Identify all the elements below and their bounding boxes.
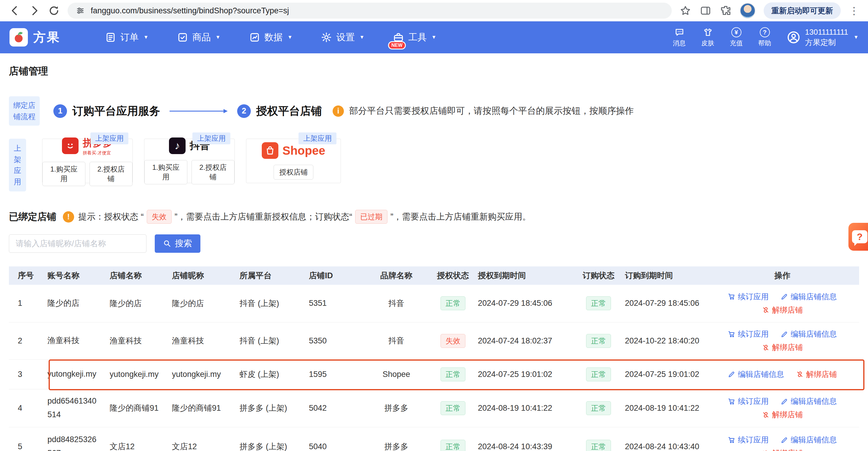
- edit-shop-link[interactable]: 编辑店铺信息: [780, 329, 837, 339]
- unbind-shop-link[interactable]: 解绑店铺: [762, 448, 803, 451]
- cell-order-expire: 2024-08-19 10:41:22: [625, 389, 706, 427]
- recharge-button[interactable]: ¥ 充值: [730, 27, 743, 48]
- cell-shop-nick: 渔童科技: [172, 322, 240, 359]
- search-button[interactable]: 搜索: [155, 234, 200, 253]
- edit-shop-link[interactable]: 编辑店铺信息: [780, 396, 837, 407]
- auth-status-badge: 正常: [440, 401, 465, 415]
- step-2-number: 2: [237, 104, 251, 118]
- menu-item-data[interactable]: 数据 ▼: [249, 31, 292, 43]
- pinduoduo-auth-shop-button[interactable]: 2.授权店铺: [90, 162, 132, 186]
- account-name: 方果定制: [805, 37, 848, 48]
- table-header-row: 序号 账号名称 店铺名称 店铺昵称 所属平台 店铺ID 品牌名称 授权状态 授权…: [9, 266, 859, 285]
- cell-auth-expire: 2024-07-29 18:45:06: [478, 285, 572, 322]
- cell-auth-expire: 2024-08-19 10:41:22: [478, 389, 572, 427]
- cell-actions: 编辑店铺信息 解绑店铺: [706, 359, 859, 389]
- pencil-icon: [780, 436, 788, 444]
- cell-platform: 拼多多 (上架): [240, 427, 309, 451]
- platform-card-shopee[interactable]: 上架应用 Shopee 授权店铺: [246, 139, 341, 183]
- browser-back-button[interactable]: [9, 5, 21, 17]
- fangguo-logo-icon: [12, 31, 25, 44]
- unbind-shop-link[interactable]: 解绑店铺: [762, 342, 803, 353]
- cell-shop-name: 隆少的商铺91: [110, 389, 172, 427]
- unbind-shop-link[interactable]: 解绑店铺: [762, 410, 803, 420]
- tip-text-part: 提示：授权状态 “: [78, 211, 144, 223]
- table-row: 4 pdd65461340514 隆少的商铺91 隆少的商铺91 拼多多 (上架…: [9, 389, 859, 427]
- col-header-account: 账号名称: [48, 266, 110, 285]
- side-panel-button[interactable]: [700, 5, 711, 17]
- cell-auth-expire: 2024-08-24 10:43:39: [478, 427, 572, 451]
- order-status-badge: 正常: [586, 334, 611, 348]
- search-input[interactable]: [9, 234, 147, 253]
- col-header-platform: 所属平台: [240, 266, 309, 285]
- unbind-shop-link[interactable]: 解绑店铺: [796, 369, 837, 380]
- pinduoduo-buy-app-button[interactable]: 1.购买应用: [42, 162, 85, 186]
- unbind-shop-link[interactable]: 解绑店铺: [762, 305, 803, 315]
- cell-index: 1: [9, 285, 48, 322]
- table-row: 1 隆少的店 隆少的店 隆少的店 抖音 (上架) 5351 抖音 正常 2024…: [9, 285, 859, 322]
- step-1-number: 1: [53, 104, 67, 118]
- platform-card-douyin[interactable]: 上架应用 ♪ 抖音 1.购买应用 2.授权店铺: [144, 139, 235, 183]
- messages-button[interactable]: 消息: [673, 27, 686, 48]
- address-bar[interactable]: fangguo.com/business/setting/bindShop?so…: [68, 3, 672, 19]
- shopee-auth-shop-button[interactable]: 授权店铺: [274, 165, 313, 180]
- cell-brand: Shopee: [365, 359, 428, 389]
- renew-app-link[interactable]: 续订应用: [728, 292, 769, 302]
- chevron-down-icon: ▼: [216, 34, 221, 40]
- edit-shop-link[interactable]: 编辑店铺信息: [780, 435, 837, 445]
- star-icon: [679, 5, 691, 17]
- bound-shops-table: 序号 账号名称 店铺名称 店铺昵称 所属平台 店铺ID 品牌名称 授权状态 授权…: [9, 266, 859, 451]
- quick-label: 皮肤: [702, 39, 714, 48]
- bound-shops-tip: 提示：授权状态 “ 失效 ”，需要点击上方店铺重新授权信息；订购状态“ 已过期 …: [78, 210, 531, 224]
- edit-shop-link[interactable]: 编辑店铺信息: [728, 369, 784, 380]
- cell-shop-name: 文店12: [110, 427, 172, 451]
- renew-app-link[interactable]: 续订应用: [728, 396, 769, 407]
- status-badge-invalid: 失效: [147, 210, 172, 224]
- douyin-buy-app-button[interactable]: 1.购买应用: [144, 160, 187, 184]
- auth-status-badge: 正常: [440, 296, 465, 310]
- douyin-auth-shop-button[interactable]: 2.授权店铺: [191, 160, 235, 184]
- cell-brand: 拼多多: [365, 389, 428, 427]
- col-header-actions: 操作: [706, 266, 859, 285]
- chrome-update-button[interactable]: 重新启动即可更新: [764, 2, 841, 19]
- shopee-brand: Shopee: [262, 142, 325, 159]
- cell-actions: 续订应用 编辑店铺信息 解绑店铺: [706, 427, 859, 451]
- cart-icon: [728, 398, 736, 406]
- question-circle-icon: ?: [760, 27, 770, 37]
- help-button[interactable]: ? 帮助: [758, 27, 771, 48]
- cell-account: yutongkeji.my: [48, 359, 110, 389]
- floating-help-button[interactable]: ?: [848, 223, 868, 251]
- menu-item-orders[interactable]: 订单 ▼: [105, 31, 149, 43]
- pencil-icon: [780, 398, 788, 406]
- account-menu[interactable]: 13011111111 方果定制 ▼: [787, 27, 859, 48]
- extensions-button[interactable]: [720, 5, 732, 17]
- shopee-logo-icon: [262, 142, 278, 159]
- edit-shop-link[interactable]: 编辑店铺信息: [780, 292, 837, 302]
- account-texts: 13011111111 方果定制: [805, 27, 848, 48]
- tip-text-part: ”，需要点击上方店铺重新授权信息；订购状态“: [175, 211, 352, 223]
- browser-refresh-button[interactable]: [48, 5, 60, 17]
- puzzle-icon: [720, 5, 732, 17]
- menu-item-tools[interactable]: NEW 工具 ▼: [393, 31, 436, 43]
- browser-forward-button[interactable]: [28, 5, 40, 17]
- app-logo[interactable]: [9, 28, 28, 46]
- chrome-menu-button[interactable]: ⋮: [849, 5, 859, 17]
- page-content: 店铺管理 绑定店铺流程 1 订购平台应用服务 2 授权平台店铺 i 部分平台只需…: [0, 65, 868, 451]
- renew-app-link[interactable]: 续订应用: [728, 329, 769, 339]
- quick-label: 消息: [673, 39, 686, 48]
- cell-brand: 拼多多: [365, 427, 428, 451]
- profile-avatar[interactable]: [740, 3, 755, 19]
- col-header-auth-expire: 授权到期时间: [478, 266, 572, 285]
- cell-index: 5: [9, 427, 48, 451]
- bookmark-star-button[interactable]: [679, 5, 691, 17]
- site-settings-icon[interactable]: [76, 6, 85, 15]
- menu-item-products[interactable]: 商品 ▼: [177, 31, 221, 43]
- platform-card-pinduoduo[interactable]: 上架应用 拼多多 拼着买·才便宜 1.购买应用 2.授权店铺: [42, 139, 133, 183]
- cell-index: 3: [9, 359, 48, 389]
- tshirt-icon: [703, 27, 713, 37]
- chevron-down-icon: ▼: [359, 34, 364, 40]
- skin-button[interactable]: 皮肤: [702, 27, 714, 48]
- cart-icon: [728, 330, 736, 338]
- renew-app-link[interactable]: 续订应用: [728, 435, 769, 445]
- auth-status-badge: 正常: [440, 367, 465, 381]
- menu-item-settings[interactable]: 设置 ▼: [321, 31, 364, 43]
